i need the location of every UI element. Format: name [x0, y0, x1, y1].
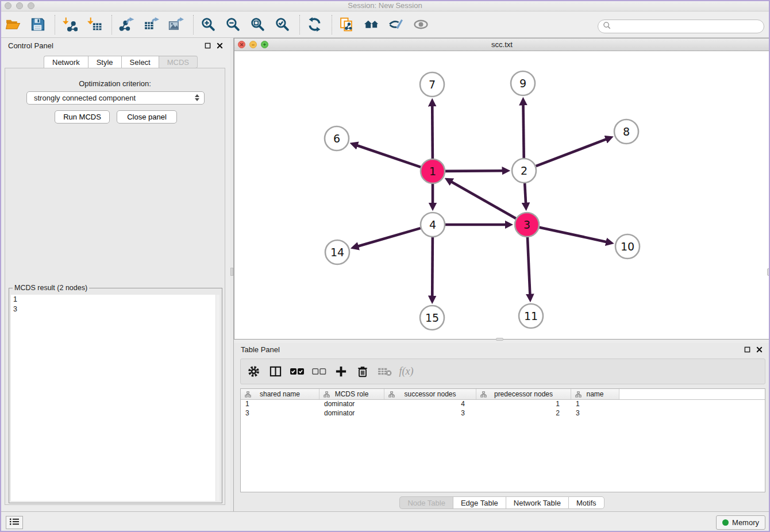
show-details-icon[interactable] — [413, 17, 429, 32]
zoom-fit-icon[interactable] — [250, 17, 265, 32]
search-input[interactable] — [614, 22, 759, 30]
tab-network[interactable]: Network — [44, 56, 88, 68]
import-table-icon[interactable] — [87, 17, 102, 32]
tab-style[interactable]: Style — [88, 56, 121, 68]
function-builder-icon[interactable]: f(x) — [399, 364, 414, 379]
status-bar: Memory — [0, 511, 770, 532]
sort-hierarchy-icon — [245, 391, 251, 399]
cell-predecessor-nodes[interactable]: 2 — [476, 409, 571, 418]
export-network-icon[interactable] — [119, 17, 134, 32]
edge-2-9[interactable] — [523, 105, 523, 158]
network-graph[interactable]: 7968124314101511 — [234, 51, 769, 339]
tab-mcds[interactable]: MCDS — [159, 56, 198, 68]
optimization-criterion-select[interactable]: strongly connected component — [26, 91, 205, 105]
float-table-panel-icon[interactable] — [744, 346, 750, 353]
task-history-button[interactable] — [6, 516, 23, 529]
mcds-result-list[interactable]: 13 — [11, 295, 220, 501]
table-row[interactable]: 3dominator323 — [241, 409, 765, 418]
optimization-criterion-value: strongly connected component — [34, 94, 136, 102]
select-stepper-icon — [195, 94, 199, 101]
cell-name[interactable]: 3 — [571, 409, 619, 418]
edge-3-11[interactable] — [528, 237, 530, 295]
column-header-successor-nodes[interactable]: successor nodes — [384, 389, 476, 399]
tab-select[interactable]: Select — [121, 56, 159, 68]
column-header-label: name — [586, 390, 603, 398]
node-label-4: 4 — [429, 218, 436, 231]
cell-shared-name[interactable]: 1 — [241, 400, 319, 409]
table-row[interactable]: 1dominator411 — [241, 400, 765, 409]
cell-successor-nodes[interactable]: 4 — [384, 400, 476, 409]
window-resize-grip-horizontal[interactable] — [496, 338, 503, 341]
float-panel-icon[interactable] — [204, 42, 211, 49]
edge-2-3[interactable] — [525, 183, 526, 203]
export-image-icon[interactable] — [168, 17, 184, 32]
save-session-icon[interactable] — [30, 17, 45, 32]
refresh-icon[interactable] — [307, 17, 322, 32]
open-session-icon[interactable] — [5, 17, 21, 32]
run-mcds-button[interactable]: Run MCDS — [55, 110, 110, 124]
tab-node-table[interactable]: Node Table — [399, 496, 453, 509]
column-header-name[interactable]: name — [571, 389, 619, 399]
close-panel-button[interactable]: Close panel — [117, 110, 177, 124]
cell-shared-name[interactable]: 3 — [241, 409, 319, 418]
import-network-icon[interactable] — [62, 17, 78, 32]
mcds-result-node: 3 — [11, 304, 220, 314]
edge-4-14[interactable] — [358, 228, 421, 246]
delete-column-icon[interactable] — [355, 364, 370, 379]
export-table-icon[interactable] — [144, 17, 159, 32]
mcds-panel: Optimization criterion: strongly connect… — [5, 68, 225, 505]
cell-predecessor-nodes[interactable]: 1 — [476, 400, 571, 409]
select-all-checkbox-icon[interactable] — [290, 364, 305, 379]
close-table-panel-icon[interactable] — [756, 346, 763, 353]
cell-mcds-role[interactable]: dominator — [319, 409, 384, 418]
node-table[interactable]: shared nameMCDS rolesuccessor nodesprede… — [240, 388, 765, 492]
show-columns-icon[interactable] — [268, 364, 283, 379]
edge-2-8[interactable] — [536, 139, 607, 166]
control-panel: Control Panel NetworkStyleSelectMCDS Opt… — [0, 38, 230, 516]
delete-table-icon[interactable] — [377, 364, 392, 379]
result-scrollbar[interactable] — [215, 295, 220, 501]
memory-button[interactable]: Memory — [716, 515, 765, 530]
table-settings-icon[interactable] — [246, 364, 261, 379]
deselect-all-checkbox-icon[interactable] — [311, 364, 326, 379]
toolbar-separator — [193, 15, 194, 34]
home-icon[interactable] — [364, 17, 379, 32]
list-icon — [9, 518, 20, 528]
cell-name[interactable]: 1 — [571, 400, 619, 409]
search-box[interactable] — [598, 20, 764, 33]
tab-edge-table[interactable]: Edge Table — [453, 496, 506, 509]
tab-motifs[interactable]: Motifs — [568, 496, 605, 509]
node-label-6: 6 — [333, 132, 340, 145]
edge-3-1[interactable] — [451, 182, 516, 218]
window-resize-grip-vertical[interactable] — [767, 268, 770, 276]
zoom-in-icon[interactable] — [201, 17, 216, 32]
toolbar-separator — [332, 15, 332, 34]
memory-button-label: Memory — [732, 518, 759, 527]
column-header-label: predecessor nodes — [494, 390, 553, 398]
network-canvas[interactable]: 7968124314101511 — [234, 51, 769, 339]
zoom-selected-icon[interactable] — [275, 17, 290, 32]
splitter-grip[interactable] — [230, 268, 233, 276]
node-label-8: 8 — [623, 125, 630, 138]
zoom-out-icon[interactable] — [225, 17, 241, 32]
edge-4-15[interactable] — [432, 237, 433, 296]
add-column-icon[interactable] — [333, 364, 348, 379]
edge-1-2[interactable] — [445, 171, 503, 171]
edge-1-7[interactable] — [432, 106, 433, 159]
edge-1-6[interactable] — [357, 145, 421, 167]
network-window-titlebar[interactable]: ✕ − + scc.txt — [234, 38, 769, 51]
hide-details-icon[interactable] — [388, 17, 404, 32]
tab-network-table[interactable]: Network Table — [506, 496, 568, 509]
column-header-predecessor-nodes[interactable]: predecessor nodes — [476, 389, 571, 399]
column-header-shared-name[interactable]: shared name — [241, 389, 319, 399]
cell-mcds-role[interactable]: dominator — [319, 400, 384, 409]
column-header-mcds-role[interactable]: MCDS role — [319, 389, 384, 399]
clone-network-icon[interactable] — [339, 17, 355, 32]
node-label-1: 1 — [429, 165, 436, 178]
panel-splitter[interactable] — [230, 38, 234, 516]
cell-successor-nodes[interactable]: 3 — [384, 409, 476, 418]
close-panel-icon[interactable] — [216, 42, 223, 49]
node-label-3: 3 — [523, 218, 530, 231]
edge-3-10[interactable] — [539, 228, 606, 242]
node-label-14: 14 — [330, 246, 344, 259]
